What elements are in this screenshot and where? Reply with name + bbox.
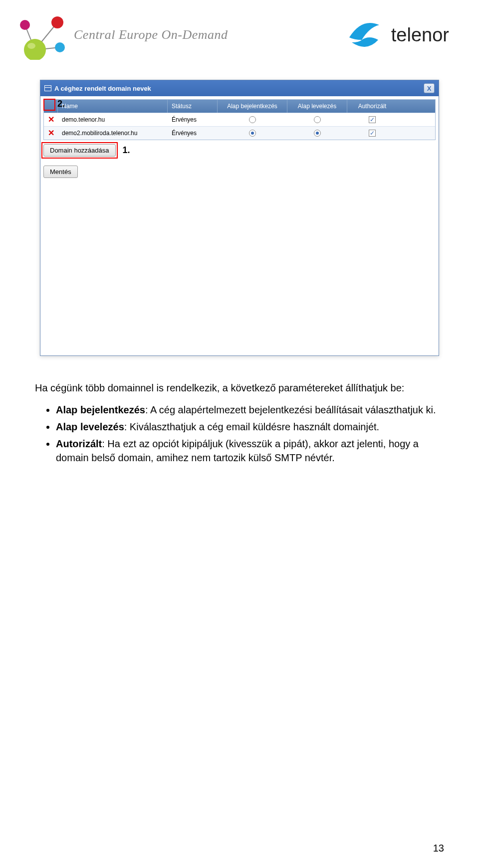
login-radio[interactable] [249,116,256,123]
bullet-term: Alap levelezés [56,421,124,432]
col-name: Name [58,100,168,113]
mail-radio[interactable] [314,116,321,123]
col-login: Alap bejelentkezés [218,100,287,113]
cell-status: Érvényes [168,127,218,140]
table-row: ✕ demo2.mobiliroda.telenor.hu Érvényes ✓ [44,126,435,140]
login-radio[interactable] [249,130,256,137]
bullet-list: Alap bejelentkezés: A cég alapértelmezet… [35,403,444,465]
bullet-def: : A cég alapértelmezett bejelentkezési b… [145,404,436,415]
bullet-term: Alap bejelentkezés [56,404,145,415]
ceod-logo-text: Central Europe On-Demand [74,27,228,42]
ceod-logo: Central Europe On-Demand [15,10,228,60]
body-copy: Ha cégünk több domainnel is rendelkezik,… [35,381,444,465]
svg-point-5 [55,42,65,52]
telenor-logo: telenor [344,15,449,55]
svg-point-3 [20,20,30,30]
col-auth: Authorizált [347,100,397,113]
add-domain-button[interactable]: Domain hozzáadása [43,144,116,157]
window-icon [44,85,51,91]
domain-table: Name Státusz Alap bejelentkezés Alap lev… [43,99,436,140]
close-icon: X [427,85,432,92]
list-item: Alap bejelentkezés: A cég alapértelmezet… [56,403,444,417]
cell-name: demo.telenor.hu [58,113,168,126]
close-button[interactable]: X [424,83,435,93]
delete-row-button[interactable]: ✕ [48,129,54,137]
save-button[interactable]: Mentés [43,166,78,178]
delete-row-button[interactable]: ✕ [48,116,54,124]
table-header: Name Státusz Alap bejelentkezés Alap lev… [44,100,435,113]
ceod-mark-icon [15,10,70,60]
bullet-term: Autorizált [56,438,102,449]
cell-status: Érvényes [168,113,218,126]
table-row: ✕ demo.telenor.hu Érvényes ✓ [44,113,435,126]
dialog-title: A céghez rendelt domain nevek [54,85,151,92]
dialog-titlebar: A céghez rendelt domain nevek X [40,80,439,96]
annotation-1-label: 1. [123,145,130,156]
list-item: Alap levelezés: Kiválaszthatjuk a cég em… [56,420,444,434]
auth-checkbox[interactable]: ✓ [369,116,376,123]
svg-point-6 [24,39,46,60]
page-number: 13 [433,843,444,854]
svg-point-7 [27,43,35,49]
svg-point-4 [51,16,63,28]
annotation-2-label: 2. [57,99,65,109]
intro-paragraph: Ha cégünk több domainnel is rendelkezik,… [35,381,444,395]
col-status: Státusz [168,100,218,113]
mail-radio[interactable] [314,130,321,137]
col-mail: Alap levelezés [287,100,347,113]
list-item: Autorizált: Ha ezt az opciót kipipáljuk … [56,437,444,465]
bullet-def: : Ha ezt az opciót kipipáljuk (kivesszük… [56,438,419,463]
domain-dialog: A céghez rendelt domain nevek X Name Stá… [40,80,439,356]
bullet-def: : Kiválaszthatjuk a cég email küldésre h… [124,421,379,432]
telenor-swirl-icon [344,15,384,55]
telenor-logo-text: telenor [391,24,449,46]
page-header: Central Europe On-Demand telenor [0,0,479,65]
auth-checkbox[interactable]: ✓ [369,130,376,137]
cell-name: demo2.mobiliroda.telenor.hu [58,127,168,140]
